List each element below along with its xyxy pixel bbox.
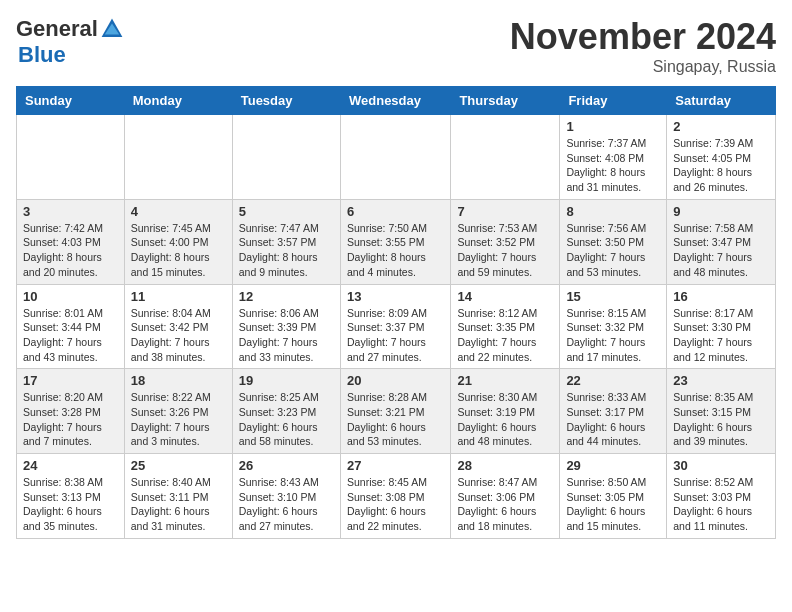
day-number: 2 — [673, 119, 769, 134]
day-info: Sunrise: 8:15 AM Sunset: 3:32 PM Dayligh… — [566, 306, 660, 365]
calendar-cell: 15Sunrise: 8:15 AM Sunset: 3:32 PM Dayli… — [560, 284, 667, 369]
calendar-cell: 1Sunrise: 7:37 AM Sunset: 4:08 PM Daylig… — [560, 115, 667, 200]
calendar-header-row: SundayMondayTuesdayWednesdayThursdayFrid… — [17, 87, 776, 115]
calendar-day-header: Tuesday — [232, 87, 340, 115]
day-info: Sunrise: 8:28 AM Sunset: 3:21 PM Dayligh… — [347, 390, 444, 449]
day-number: 10 — [23, 289, 118, 304]
day-info: Sunrise: 7:53 AM Sunset: 3:52 PM Dayligh… — [457, 221, 553, 280]
day-number: 25 — [131, 458, 226, 473]
calendar-cell: 12Sunrise: 8:06 AM Sunset: 3:39 PM Dayli… — [232, 284, 340, 369]
day-number: 17 — [23, 373, 118, 388]
calendar-cell: 2Sunrise: 7:39 AM Sunset: 4:05 PM Daylig… — [667, 115, 776, 200]
day-info: Sunrise: 8:33 AM Sunset: 3:17 PM Dayligh… — [566, 390, 660, 449]
day-number: 22 — [566, 373, 660, 388]
calendar-cell: 24Sunrise: 8:38 AM Sunset: 3:13 PM Dayli… — [17, 454, 125, 539]
calendar: SundayMondayTuesdayWednesdayThursdayFrid… — [16, 86, 776, 539]
calendar-cell: 17Sunrise: 8:20 AM Sunset: 3:28 PM Dayli… — [17, 369, 125, 454]
calendar-cell: 7Sunrise: 7:53 AM Sunset: 3:52 PM Daylig… — [451, 199, 560, 284]
day-info: Sunrise: 8:01 AM Sunset: 3:44 PM Dayligh… — [23, 306, 118, 365]
day-info: Sunrise: 7:56 AM Sunset: 3:50 PM Dayligh… — [566, 221, 660, 280]
day-info: Sunrise: 7:50 AM Sunset: 3:55 PM Dayligh… — [347, 221, 444, 280]
day-number: 19 — [239, 373, 334, 388]
calendar-cell — [17, 115, 125, 200]
calendar-cell: 9Sunrise: 7:58 AM Sunset: 3:47 PM Daylig… — [667, 199, 776, 284]
day-number: 23 — [673, 373, 769, 388]
page-header: General Blue November 2024 Singapay, Rus… — [16, 16, 776, 76]
day-info: Sunrise: 7:37 AM Sunset: 4:08 PM Dayligh… — [566, 136, 660, 195]
day-number: 7 — [457, 204, 553, 219]
logo-general: General — [16, 16, 98, 42]
calendar-cell: 26Sunrise: 8:43 AM Sunset: 3:10 PM Dayli… — [232, 454, 340, 539]
day-info: Sunrise: 8:22 AM Sunset: 3:26 PM Dayligh… — [131, 390, 226, 449]
day-number: 6 — [347, 204, 444, 219]
day-info: Sunrise: 7:42 AM Sunset: 4:03 PM Dayligh… — [23, 221, 118, 280]
calendar-cell: 14Sunrise: 8:12 AM Sunset: 3:35 PM Dayli… — [451, 284, 560, 369]
calendar-day-header: Thursday — [451, 87, 560, 115]
day-number: 5 — [239, 204, 334, 219]
day-number: 3 — [23, 204, 118, 219]
calendar-cell: 28Sunrise: 8:47 AM Sunset: 3:06 PM Dayli… — [451, 454, 560, 539]
logo: General Blue — [16, 16, 124, 68]
calendar-day-header: Monday — [124, 87, 232, 115]
day-number: 21 — [457, 373, 553, 388]
day-info: Sunrise: 8:25 AM Sunset: 3:23 PM Dayligh… — [239, 390, 334, 449]
day-number: 11 — [131, 289, 226, 304]
calendar-day-header: Saturday — [667, 87, 776, 115]
calendar-day-header: Wednesday — [340, 87, 450, 115]
day-number: 9 — [673, 204, 769, 219]
day-number: 15 — [566, 289, 660, 304]
day-number: 26 — [239, 458, 334, 473]
day-number: 24 — [23, 458, 118, 473]
day-info: Sunrise: 7:39 AM Sunset: 4:05 PM Dayligh… — [673, 136, 769, 195]
calendar-cell: 5Sunrise: 7:47 AM Sunset: 3:57 PM Daylig… — [232, 199, 340, 284]
calendar-cell: 18Sunrise: 8:22 AM Sunset: 3:26 PM Dayli… — [124, 369, 232, 454]
day-info: Sunrise: 8:12 AM Sunset: 3:35 PM Dayligh… — [457, 306, 553, 365]
day-number: 12 — [239, 289, 334, 304]
calendar-cell: 22Sunrise: 8:33 AM Sunset: 3:17 PM Dayli… — [560, 369, 667, 454]
day-number: 18 — [131, 373, 226, 388]
calendar-cell: 21Sunrise: 8:30 AM Sunset: 3:19 PM Dayli… — [451, 369, 560, 454]
calendar-cell — [340, 115, 450, 200]
calendar-cell: 11Sunrise: 8:04 AM Sunset: 3:42 PM Dayli… — [124, 284, 232, 369]
title-area: November 2024 Singapay, Russia — [510, 16, 776, 76]
day-info: Sunrise: 7:58 AM Sunset: 3:47 PM Dayligh… — [673, 221, 769, 280]
calendar-day-header: Friday — [560, 87, 667, 115]
calendar-cell: 20Sunrise: 8:28 AM Sunset: 3:21 PM Dayli… — [340, 369, 450, 454]
calendar-week-row: 3Sunrise: 7:42 AM Sunset: 4:03 PM Daylig… — [17, 199, 776, 284]
day-number: 8 — [566, 204, 660, 219]
day-number: 28 — [457, 458, 553, 473]
calendar-week-row: 1Sunrise: 7:37 AM Sunset: 4:08 PM Daylig… — [17, 115, 776, 200]
location: Singapay, Russia — [510, 58, 776, 76]
day-info: Sunrise: 8:06 AM Sunset: 3:39 PM Dayligh… — [239, 306, 334, 365]
logo-icon — [100, 17, 124, 41]
day-info: Sunrise: 8:50 AM Sunset: 3:05 PM Dayligh… — [566, 475, 660, 534]
day-number: 4 — [131, 204, 226, 219]
day-info: Sunrise: 7:45 AM Sunset: 4:00 PM Dayligh… — [131, 221, 226, 280]
calendar-cell: 4Sunrise: 7:45 AM Sunset: 4:00 PM Daylig… — [124, 199, 232, 284]
day-info: Sunrise: 8:09 AM Sunset: 3:37 PM Dayligh… — [347, 306, 444, 365]
calendar-cell: 23Sunrise: 8:35 AM Sunset: 3:15 PM Dayli… — [667, 369, 776, 454]
day-number: 13 — [347, 289, 444, 304]
calendar-cell: 19Sunrise: 8:25 AM Sunset: 3:23 PM Dayli… — [232, 369, 340, 454]
day-number: 1 — [566, 119, 660, 134]
logo-blue: Blue — [18, 42, 66, 68]
calendar-cell: 16Sunrise: 8:17 AM Sunset: 3:30 PM Dayli… — [667, 284, 776, 369]
day-info: Sunrise: 8:47 AM Sunset: 3:06 PM Dayligh… — [457, 475, 553, 534]
day-info: Sunrise: 8:40 AM Sunset: 3:11 PM Dayligh… — [131, 475, 226, 534]
calendar-cell: 29Sunrise: 8:50 AM Sunset: 3:05 PM Dayli… — [560, 454, 667, 539]
day-number: 16 — [673, 289, 769, 304]
calendar-cell: 30Sunrise: 8:52 AM Sunset: 3:03 PM Dayli… — [667, 454, 776, 539]
day-info: Sunrise: 8:20 AM Sunset: 3:28 PM Dayligh… — [23, 390, 118, 449]
day-number: 14 — [457, 289, 553, 304]
day-info: Sunrise: 8:45 AM Sunset: 3:08 PM Dayligh… — [347, 475, 444, 534]
day-info: Sunrise: 7:47 AM Sunset: 3:57 PM Dayligh… — [239, 221, 334, 280]
day-info: Sunrise: 8:43 AM Sunset: 3:10 PM Dayligh… — [239, 475, 334, 534]
calendar-cell — [124, 115, 232, 200]
day-info: Sunrise: 8:17 AM Sunset: 3:30 PM Dayligh… — [673, 306, 769, 365]
calendar-day-header: Sunday — [17, 87, 125, 115]
calendar-cell — [451, 115, 560, 200]
calendar-cell: 8Sunrise: 7:56 AM Sunset: 3:50 PM Daylig… — [560, 199, 667, 284]
day-number: 30 — [673, 458, 769, 473]
day-number: 27 — [347, 458, 444, 473]
calendar-cell: 25Sunrise: 8:40 AM Sunset: 3:11 PM Dayli… — [124, 454, 232, 539]
